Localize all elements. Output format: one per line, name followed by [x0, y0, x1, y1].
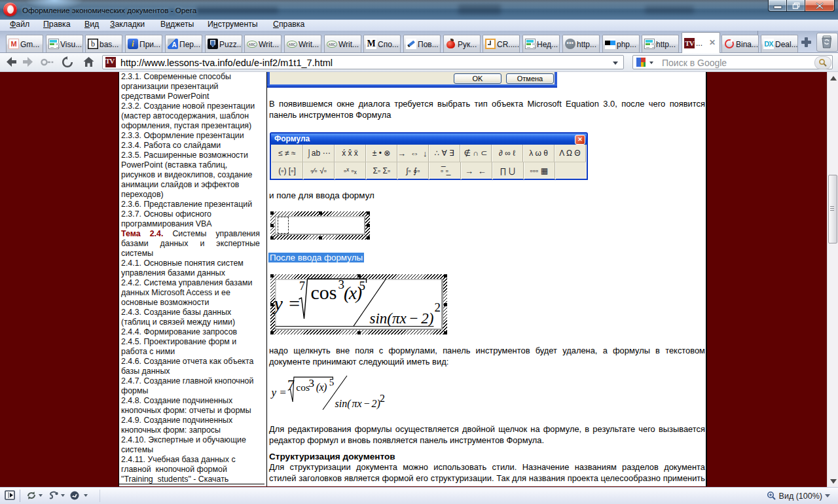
toc-item[interactable]: 2.4.2. Система управления базами данных … — [121, 278, 260, 308]
selection-handle[interactable] — [319, 211, 322, 215]
scrollbar-thumb[interactable] — [828, 175, 837, 243]
toc-item[interactable]: 2.4.11. Учебная база данных с главной кн… — [121, 455, 260, 484]
tab[interactable]: Пов... — [403, 35, 441, 52]
tab[interactable]: http... — [642, 35, 679, 52]
formula-symbol-group: ▫▫▫ ▦ — [524, 162, 555, 179]
gestures-caret-icon[interactable] — [61, 494, 65, 497]
menu-item[interactable]: Правка — [43, 20, 71, 29]
gestures-button[interactable] — [48, 490, 60, 503]
google-icon[interactable] — [636, 57, 646, 67]
menu-item[interactable]: Закладки — [110, 20, 145, 29]
url-text[interactable]: http://www.lessons-tva.info/edu/e-inf2/m… — [120, 58, 333, 68]
tab[interactable]: Gm... — [6, 35, 43, 52]
search-placeholder[interactable]: Поиск в Google — [662, 58, 727, 68]
tab[interactable]: Puzz... — [205, 35, 242, 52]
scrollbar-down-arrow[interactable] — [830, 479, 837, 484]
toc-item[interactable]: 2.4.8. Создание подчиненных кнопочных фо… — [121, 396, 260, 416]
selection-handle[interactable] — [357, 331, 361, 334]
new-tab-button[interactable] — [801, 37, 811, 47]
menu-item[interactable]: Инструменты — [208, 20, 258, 29]
address-bar[interactable]: http://www.lessons-tva.info/edu/e-inf2/m… — [102, 55, 624, 69]
tab[interactable]: Writ... — [324, 35, 361, 52]
selection-handle[interactable] — [270, 224, 274, 227]
minimize-button[interactable] — [768, 0, 787, 12]
tab[interactable]: bas... — [85, 35, 122, 52]
tab[interactable]: Пер... — [165, 35, 202, 52]
menu-item[interactable]: Вид — [84, 20, 99, 29]
search-go-button[interactable] — [814, 56, 831, 69]
search-engine-caret[interactable] — [649, 62, 653, 64]
menu-item[interactable]: Виджеты — [160, 20, 194, 29]
toc-item[interactable]: 2.3.1. Современные способы организации п… — [121, 72, 260, 101]
toc-item[interactable]: 2.4.3. Создание базы данных (таблиц и св… — [121, 308, 260, 327]
address-dropdown-caret[interactable] — [613, 62, 618, 65]
tab[interactable]: Writ... — [244, 35, 282, 52]
selection-handle[interactable] — [270, 236, 274, 240]
scrollbar-up-arrow[interactable] — [830, 76, 837, 81]
search-field[interactable]: Поиск в Google — [632, 55, 833, 69]
toc-item[interactable]: 2.3.7. Основы офисного программирования … — [121, 209, 260, 229]
selection-handle[interactable] — [357, 274, 361, 278]
selection-handle[interactable] — [270, 303, 274, 306]
selection-handle[interactable] — [270, 211, 274, 215]
tab[interactable]: Спо... — [363, 35, 401, 52]
selection-handle[interactable] — [367, 224, 370, 227]
selection-handle[interactable] — [270, 274, 274, 278]
selection-handle[interactable] — [444, 274, 447, 278]
tab[interactable]: http... — [562, 35, 600, 52]
toc-item[interactable]: 2.4.6. Создание отчета как объекта базы … — [121, 357, 260, 376]
selection-handle[interactable] — [270, 331, 274, 334]
toc-item[interactable]: 2.4.1. Основные понятия систем управлени… — [121, 259, 260, 278]
tab[interactable]: Нед... — [522, 35, 560, 52]
back-button[interactable] — [6, 56, 17, 67]
panels-toggle-button[interactable] — [5, 490, 16, 503]
turbo-globe-button[interactable] — [69, 490, 81, 503]
vertical-scrollbar[interactable] — [827, 72, 838, 487]
sync-button[interactable] — [26, 490, 37, 503]
closed-tabs-trash-button[interactable] — [816, 33, 838, 52]
maximize-button[interactable] — [787, 0, 805, 12]
toc-item[interactable]: Тема 2.4. Системы управления базами данн… — [121, 229, 260, 259]
zoom-caret-icon[interactable] — [825, 494, 830, 497]
toc-item[interactable]: 2.3.2. Создание новой презентации (масте… — [121, 101, 260, 131]
toc-item[interactable]: 2.4.9. Создание подчиненных кнопочных фо… — [121, 416, 260, 435]
paragraph-field: и поле для ввода формул — [269, 190, 374, 200]
tab[interactable]: CR...... — [483, 35, 520, 52]
tab[interactable]: Bina... — [721, 35, 759, 52]
fast-forward-key-icon[interactable] — [41, 58, 55, 66]
tab[interactable]: Writ... — [284, 35, 321, 52]
tab[interactable]: php... — [602, 35, 640, 52]
selection-handle[interactable] — [367, 211, 370, 215]
toc-item[interactable]: 2.4.5. Проектирование форм и работа с ни… — [121, 337, 260, 357]
toc-item[interactable]: 2.4.7. Создание главной кнопочной формы — [121, 376, 260, 396]
tab[interactable]: При... — [125, 35, 162, 52]
toc-item[interactable]: 2.3.4. Работа со слайдами — [121, 141, 260, 151]
fav-abc-icon — [247, 39, 257, 49]
toc-item[interactable]: 2.3.6. Представление презентаций — [121, 200, 260, 209]
selection-handle[interactable] — [367, 236, 370, 240]
reload-button[interactable] — [62, 56, 73, 68]
forward-button[interactable] — [22, 56, 33, 67]
selection-handle[interactable] — [444, 331, 447, 334]
toc-item[interactable]: 2.3.3. Оформление презентации — [121, 131, 260, 141]
formula-symbol-group: ∫▫ ∮▫ — [397, 162, 429, 179]
toc-item[interactable]: 2.4.10. Экспертные и обучающие системы — [121, 435, 260, 455]
menu-item[interactable]: Файл — [10, 20, 29, 29]
toc-item[interactable]: 2.3.5. Расширенные возможности PowerPoin… — [121, 151, 260, 200]
opera-logo-icon[interactable] — [3, 3, 17, 16]
close-button[interactable] — [805, 0, 835, 12]
zoom-control[interactable]: Вид (100%) — [767, 491, 830, 501]
tab[interactable]: Рук... — [443, 35, 481, 52]
tab[interactable]: ...✕ — [682, 32, 720, 53]
tab-close-icon[interactable]: ✕ — [709, 38, 716, 47]
dialog-bottom-frame — [267, 84, 557, 88]
selection-handle[interactable] — [319, 236, 322, 240]
turbo-caret-icon[interactable] — [84, 494, 88, 497]
menu-item[interactable]: Справка — [273, 20, 304, 29]
sync-caret-icon[interactable] — [39, 494, 43, 497]
toc-item[interactable]: 2.4.4. Формирование запросов — [121, 327, 260, 337]
tab[interactable]: Visu... — [46, 35, 83, 52]
selection-handle[interactable] — [444, 303, 447, 306]
home-button[interactable] — [83, 56, 94, 67]
tab[interactable]: Deal... — [761, 35, 798, 52]
